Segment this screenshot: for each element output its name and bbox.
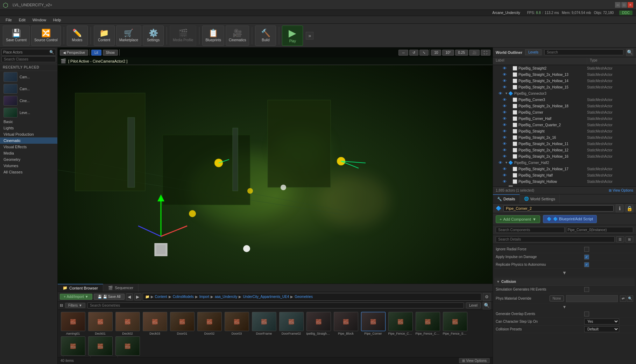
outliner-row-12[interactable]: 👁 ⬜ PipeBig_Straight_2x_Hollow_11 Static… xyxy=(493,141,636,147)
minimize-btn[interactable]: ─ xyxy=(615,2,621,8)
sim-hit-checkbox[interactable] xyxy=(584,287,589,292)
eye-icon-9[interactable]: 👁 xyxy=(503,123,508,127)
cb-item-pipe-fence-busted[interactable]: 🧱 Pipe_Fence_Straight_Busted xyxy=(87,336,113,357)
phys-magnify-btn[interactable]: 🔍 xyxy=(627,295,633,302)
outliner-search-btn[interactable]: 🔍 xyxy=(626,49,633,56)
eye-icon-3[interactable]: 👁 xyxy=(503,85,508,89)
apply-impulse-checkbox[interactable]: ✓ xyxy=(584,255,589,259)
outliner-row-16[interactable]: 👁 ⬜ PipeBig_Straight_2x_Hollow_17 Static… xyxy=(493,166,636,172)
play-button[interactable]: ▶ Play xyxy=(282,26,303,46)
nav-back-btn[interactable]: ◀ xyxy=(126,293,133,300)
path-aaa[interactable]: aaa_Undercity xyxy=(215,295,237,299)
outliner-row-10[interactable]: 👁 ⬜ PipeBig_Straight StaticMeshActor xyxy=(493,128,636,134)
cb-item-door03[interactable]: 🧱 Door03 xyxy=(224,312,250,335)
search-classes-input[interactable] xyxy=(1,56,56,62)
outliner-row-9[interactable]: 👁 ⬜ PipeBig_Corner_Quarter_2 StaticMeshA… xyxy=(493,122,636,128)
comp-search-input[interactable] xyxy=(496,227,565,233)
path-colins[interactable]: ColinsModels xyxy=(173,295,194,299)
char-step-select[interactable]: Yes No xyxy=(584,319,619,324)
cb-item-awning01[interactable]: 🧱 Awning01 xyxy=(60,312,86,335)
cb-item-deck03[interactable]: 🧱 Deck03 xyxy=(142,312,168,335)
cb-search-btn[interactable]: 🔍 xyxy=(483,302,490,309)
view-options-btn[interactable]: ⊞ View Options xyxy=(459,358,490,363)
close-btn[interactable]: ✕ xyxy=(628,2,633,8)
eye-icon-12[interactable]: 👁 xyxy=(503,142,508,146)
viewport[interactable]: ◀ Perspective Lit Show ↔ ↺ ⤡ 10 10° 0.25 xyxy=(58,48,493,284)
category-media[interactable]: Media xyxy=(0,150,57,156)
cb-item-pipebig[interactable]: 🧱 ipeBig_Straight_Half_Hollow xyxy=(305,312,332,335)
add-import-btn[interactable]: + Add/Import ▼ xyxy=(60,294,92,300)
blueprints-button[interactable]: 📋 Blueprints xyxy=(202,26,224,46)
replicate-physics-checkbox[interactable]: ✓ xyxy=(584,262,589,267)
source-control-button[interactable]: 🔀 Source Control xyxy=(31,26,61,46)
path-undercity[interactable]: UnderCity_Appartments_UE4 xyxy=(243,295,289,299)
cb-item-pipe-block[interactable]: 🧱 Pipe_Block xyxy=(333,312,359,335)
detail-search-input[interactable] xyxy=(496,236,615,242)
eye-icon-10[interactable]: 👁 xyxy=(503,129,508,133)
recent-item-cine[interactable]: Cine... xyxy=(0,95,57,107)
vp-rotate-btn[interactable]: ↺ xyxy=(409,50,418,56)
path-geometries[interactable]: Geometries xyxy=(295,295,313,299)
vp-angle-btn[interactable]: 10° xyxy=(442,50,454,56)
outliner-view-options[interactable]: ⊞ View Options xyxy=(609,188,633,192)
recent-item-leve[interactable]: Leve... xyxy=(0,107,57,119)
outliner-search-input[interactable] xyxy=(544,49,623,55)
outliner-row-1[interactable]: 👁 ⬜ PipeBig_Straight_2x_Hollow_13 Static… xyxy=(493,71,636,78)
lit-button[interactable]: Lit xyxy=(91,50,101,56)
eye-icon-0[interactable]: 👁 xyxy=(503,66,508,70)
settings-button[interactable]: ⚙️ Settings xyxy=(143,26,164,46)
path-import[interactable]: Import xyxy=(199,295,209,299)
category-cinematic[interactable]: Cinematic xyxy=(0,137,57,144)
show-button[interactable]: Show xyxy=(103,50,118,56)
outliner-row-18[interactable]: 👁 ⬜ PipeBig_Straight_Hollow StaticMeshAc… xyxy=(493,178,636,185)
actor-lock-btn[interactable]: 🔒 xyxy=(626,205,633,212)
modes-button[interactable]: ✏️ Modes xyxy=(67,26,88,46)
vp-scale-btn[interactable]: ⤡ xyxy=(419,50,429,56)
vp-camera-btn[interactable]: 🎥 xyxy=(469,50,480,56)
eye-icon-16[interactable]: 👁 xyxy=(503,167,508,171)
category-volumes[interactable]: Volumes xyxy=(0,163,57,169)
tab-sequencer[interactable]: 🎬 Sequencer xyxy=(103,284,139,292)
marketplace-button[interactable]: 🛒 Marketplace xyxy=(116,26,141,46)
menu-window[interactable]: Window xyxy=(29,17,50,23)
cb-item-pipe-fence-cornerbig[interactable]: 🧱 Pipe_Fence_CornerBig xyxy=(415,312,441,335)
cb-item-doorframe02[interactable]: 🧱 DoorFrame02 xyxy=(278,312,304,335)
menu-file[interactable]: File xyxy=(2,17,15,23)
actor-name-input[interactable] xyxy=(503,205,614,212)
menu-help[interactable]: Help xyxy=(50,17,65,23)
category-visual-effects[interactable]: Visual Effects xyxy=(0,144,57,150)
content-button[interactable]: 📁 Content xyxy=(94,26,115,46)
generate-overlap-checkbox[interactable] xyxy=(584,312,589,316)
vp-translate-btn[interactable]: ↔ xyxy=(398,50,408,56)
cb-item-doorframe[interactable]: 🧱 DoorFrame xyxy=(251,312,277,335)
outliner-row-14[interactable]: 👁 ⬜ PipeBig_Straight_2x_Hollow_16 Static… xyxy=(493,153,636,159)
cb-settings-btn[interactable]: ⚙ xyxy=(483,293,490,301)
perspective-toggle[interactable]: ◀ Perspective xyxy=(60,50,88,56)
vp-maximize-btn[interactable]: ⛶ xyxy=(481,50,490,56)
eye-icon-6[interactable]: 👁 xyxy=(503,104,508,108)
cb-item-deck01[interactable]: 🧱 Deck01 xyxy=(87,312,113,335)
cb-search-input[interactable] xyxy=(87,302,464,308)
cb-item-door02[interactable]: 🧱 Door02 xyxy=(196,312,222,335)
outliner-row-17[interactable]: 👁 ⬜ PipeBig_Straight_Half StaticMeshActo… xyxy=(493,172,636,178)
filters-btn[interactable]: Filters ▼ xyxy=(65,303,85,308)
cb-item-pipe-fence-straight2x1[interactable]: 🧱 Pipe_Fence_Straight_2x_1 xyxy=(60,336,86,357)
collision-section-header[interactable]: ▼ Collision xyxy=(494,278,635,286)
tab-world-settings[interactable]: 🌐 World Settings xyxy=(520,194,560,203)
outliner-row-13[interactable]: 👁 ⬜ PipeBig_Straight_2x_Hollow_12 Static… xyxy=(493,147,636,153)
eye-icon-5[interactable]: 👁 xyxy=(503,98,508,102)
eye-icon-13[interactable]: 👁 xyxy=(503,148,508,152)
menu-edit[interactable]: Edit xyxy=(15,17,29,23)
eye-icon-17[interactable]: 👁 xyxy=(503,173,508,177)
tab-content-browser[interactable]: 📁 Content Browser xyxy=(58,284,103,292)
cb-item-pipe-fence-corner5[interactable]: 🧱 Pipe_Fence_Corner_5 xyxy=(387,312,414,335)
eye-icon-11[interactable]: 👁 xyxy=(503,135,508,140)
category-geometry[interactable]: Geometry xyxy=(0,156,57,163)
cb-item-pipe-fence-straight[interactable]: 🧱 Pipe_Fence_Straight xyxy=(442,312,468,335)
category-virtual-production[interactable]: Virtual Production xyxy=(0,131,57,137)
eye-icon-1[interactable]: 👁 xyxy=(503,72,508,77)
outliner-row-0[interactable]: 👁 ⬜ PipeBig_Straight2 StaticMeshActor xyxy=(493,65,636,71)
media-profile-button[interactable]: 🎬 Media Profile xyxy=(170,26,196,46)
outliner-row-4[interactable]: 👁 ▼ 🔷 PipeBig_Connector3 xyxy=(493,90,636,97)
ignore-radial-checkbox[interactable] xyxy=(584,247,589,252)
